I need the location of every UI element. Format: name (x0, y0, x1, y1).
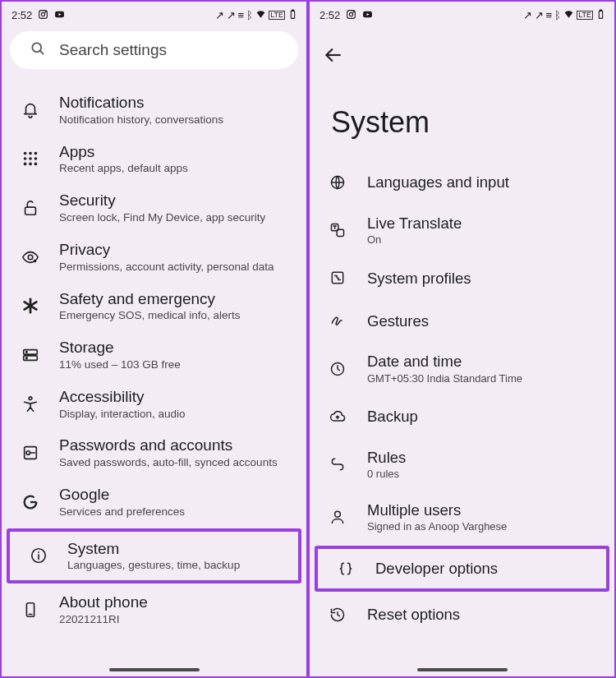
wifi-icon (255, 9, 266, 21)
item-subtitle: Saved passwords, auto-fill, synced accou… (59, 456, 278, 470)
call-out-icon: ↗ (215, 10, 224, 21)
page-title: System (310, 69, 614, 156)
bluetooth-icon: ᛒ (246, 10, 253, 21)
call-out-icon: ↗ (523, 10, 532, 21)
svg-point-15 (29, 163, 32, 166)
item-title: Apps (59, 142, 188, 162)
item-title: Notifications (59, 93, 223, 113)
item-subtitle: 11% used – 103 GB free (59, 358, 181, 372)
bluetooth-icon: ᛒ (554, 10, 561, 21)
item-title: Backup (367, 407, 418, 426)
clock-icon (328, 359, 347, 379)
youtube-icon (362, 9, 373, 21)
svg-rect-17 (25, 207, 36, 214)
item-title: Security (59, 191, 265, 210)
item-title: Passwords and accounts (59, 436, 278, 455)
settings-item-devopts[interactable]: Developer options (315, 546, 609, 592)
settings-item-privacy[interactable]: PrivacyPermissions, account activity, pe… (2, 233, 306, 282)
svg-point-36 (350, 12, 353, 16)
svg-point-18 (28, 255, 33, 260)
svg-point-37 (353, 11, 354, 12)
svg-point-2 (45, 11, 46, 12)
svg-rect-40 (600, 10, 601, 11)
settings-item-livetranslate[interactable]: Live TranslateOn (310, 204, 614, 256)
item-title: System (67, 539, 240, 559)
svg-point-12 (29, 158, 32, 161)
info-icon (28, 545, 49, 566)
settings-item-security[interactable]: SecurityScreen lock, Find My Device, app… (2, 183, 306, 233)
nav-bar[interactable] (2, 668, 306, 671)
settings-item-about[interactable]: About phone22021211RI (2, 585, 306, 634)
settings-item-storage[interactable]: Storage11% used – 103 GB free (2, 330, 306, 380)
call-out-icon: ↗ (227, 10, 236, 21)
google-icon (20, 491, 41, 513)
svg-rect-4 (291, 11, 294, 18)
settings-item-system[interactable]: SystemLanguages, gestures, time, backup (7, 528, 301, 584)
item-title: Privacy (59, 240, 274, 260)
item-title: Gestures (367, 311, 429, 330)
eye-lock-icon (20, 247, 41, 268)
signal-lte-icon: LTE (577, 11, 593, 20)
settings-item-safety[interactable]: Safety and emergencyEmergency SOS, medic… (2, 282, 306, 331)
passwords-icon (20, 442, 41, 464)
system-list: Languages and inputLive TranslateOnSyste… (310, 156, 614, 636)
item-subtitle: Notification history, conversations (59, 113, 223, 127)
svg-point-26 (26, 357, 27, 358)
svg-point-9 (29, 152, 32, 155)
svg-point-8 (24, 152, 27, 155)
item-title: Rules (367, 448, 406, 467)
item-title: Languages and input (367, 173, 509, 191)
lock-open-icon (20, 197, 41, 219)
svg-point-14 (24, 163, 27, 166)
svg-rect-45 (332, 273, 342, 284)
signal-lte-icon: LTE (269, 11, 285, 20)
item-title: Live Translate (367, 214, 462, 233)
search-icon (30, 40, 46, 61)
item-subtitle: Signed in as Anoop Varghese (367, 520, 507, 533)
settings-item-langs[interactable]: Languages and input (310, 161, 614, 204)
braces-icon (336, 559, 356, 579)
item-title: Google (59, 485, 185, 505)
settings-item-accessibility[interactable]: AccessibilityDisplay, interaction, audio (2, 380, 306, 429)
settings-item-reset[interactable]: Reset options (310, 593, 614, 636)
profile-icon (328, 268, 347, 288)
youtube-icon (54, 9, 65, 21)
settings-item-notifications[interactable]: NotificationsNotification history, conve… (2, 85, 306, 135)
svg-point-13 (34, 158, 38, 161)
item-title: Accessibility (59, 387, 186, 407)
item-subtitle: Recent apps, default apps (59, 162, 188, 176)
svg-point-25 (26, 352, 27, 353)
svg-point-32 (38, 551, 39, 553)
settings-list: NotificationsNotification history, conve… (2, 77, 306, 634)
status-bar: 2:52 ↗ ↗ ≡ ᛒ LTE (2, 2, 306, 25)
nav-bar[interactable] (310, 668, 614, 671)
translate-icon (328, 220, 347, 240)
search-settings-bar[interactable]: Search settings (10, 31, 298, 69)
settings-item-profiles[interactable]: System profiles (310, 256, 614, 299)
clock-text: 2:52 (11, 9, 32, 21)
settings-item-backup[interactable]: Backup (310, 395, 614, 438)
settings-item-passwords[interactable]: Passwords and accountsSaved passwords, a… (2, 428, 306, 477)
item-subtitle: 0 rules (367, 468, 406, 481)
history-icon (328, 605, 347, 625)
settings-item-datetime[interactable]: Date and timeGMT+05:30 India Standard Ti… (310, 342, 614, 394)
instagram-icon (38, 9, 48, 21)
settings-item-multiusers[interactable]: Multiple usersSigned in as Anoop Varghes… (310, 491, 614, 543)
svg-point-19 (34, 259, 37, 262)
apps-grid-icon (20, 148, 41, 169)
settings-item-rules[interactable]: Rules0 rules (310, 438, 614, 491)
item-title: Storage (59, 338, 181, 357)
phone-device-icon (20, 599, 41, 620)
settings-item-google[interactable]: GoogleServices and preferences (2, 477, 306, 527)
battery-icon (287, 9, 298, 21)
settings-item-apps[interactable]: AppsRecent apps, default apps (2, 135, 306, 184)
svg-point-27 (29, 396, 32, 399)
settings-item-gestures[interactable]: Gestures (310, 299, 614, 342)
svg-point-16 (34, 163, 38, 166)
globe-icon (328, 173, 347, 192)
item-title: Multiple users (367, 500, 507, 519)
clock-text: 2:52 (319, 9, 340, 21)
back-button[interactable] (310, 25, 614, 69)
svg-line-7 (40, 50, 44, 53)
item-subtitle: GMT+05:30 India Standard Time (367, 372, 522, 385)
